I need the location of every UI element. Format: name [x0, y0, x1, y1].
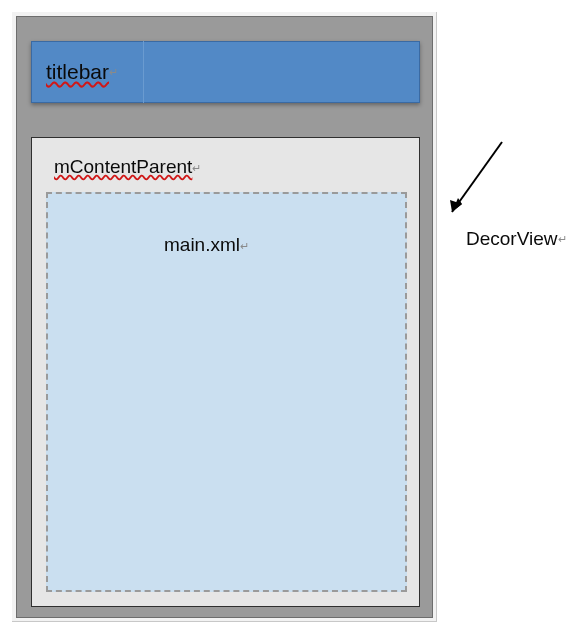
main-xml-label: main.xml	[164, 234, 240, 256]
enter-mark-icon: ↵	[240, 240, 249, 252]
titlebar-label: titlebar	[46, 60, 109, 84]
enter-mark-icon: ↵	[192, 162, 201, 174]
decor-view: titlebar↵ mContentParent↵ main.xml↵	[16, 16, 433, 618]
content-parent-label: mContentParent	[54, 156, 192, 178]
titlebar: titlebar↵	[31, 41, 420, 103]
titlebar-tab: titlebar↵	[32, 41, 144, 103]
enter-mark-icon: ↵	[558, 233, 567, 245]
decor-view-label: DecorView↵	[466, 228, 567, 250]
enter-mark-icon: ↵	[109, 66, 118, 79]
arrow-icon	[444, 138, 504, 218]
decor-view-text: DecorView	[466, 228, 558, 249]
main-xml: main.xml↵	[46, 192, 407, 592]
content-parent: mContentParent↵ main.xml↵	[31, 137, 420, 607]
decor-view-shadow: titlebar↵ mContentParent↵ main.xml↵	[12, 12, 437, 622]
